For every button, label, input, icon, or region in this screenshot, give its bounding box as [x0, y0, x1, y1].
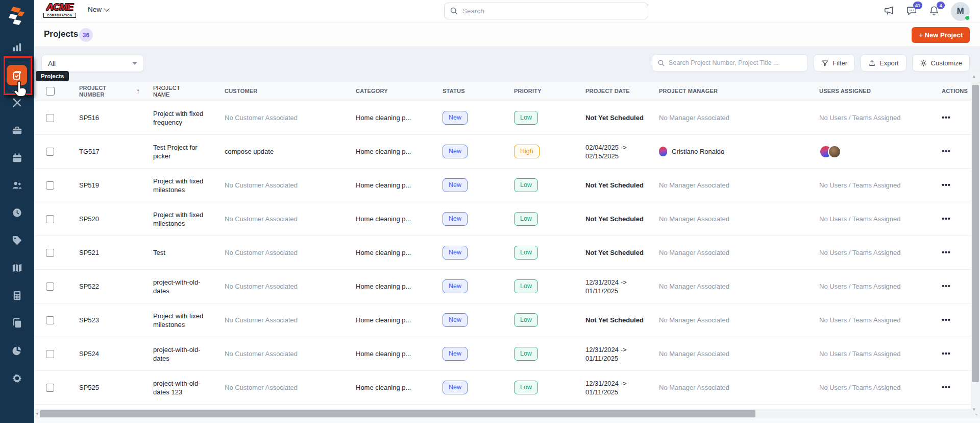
column-header-project-date[interactable]: PROJECT DATE — [583, 82, 656, 101]
row-checkbox[interactable] — [46, 114, 54, 122]
sidebar-item-customers[interactable] — [7, 175, 27, 195]
users-assigned-cell: No Users / Teams Assigned — [817, 202, 934, 236]
select-all-checkbox[interactable] — [46, 87, 55, 96]
column-header-priority[interactable]: PRIORITY — [511, 82, 583, 101]
new-project-button[interactable]: + New Project — [912, 27, 970, 43]
project-manager-cell: No Manager Associated — [656, 169, 817, 202]
scope-filter-dropdown[interactable]: All — [41, 55, 144, 72]
sidebar-item-documents[interactable] — [7, 313, 27, 333]
export-button[interactable]: Export — [861, 54, 906, 72]
company-logo[interactable]: ACME CORPORATION — [43, 2, 76, 21]
status-cell: New — [440, 270, 511, 303]
vertical-scrollbar[interactable]: ▴ ▾ — [971, 72, 980, 414]
sidebar-item-settings[interactable] — [7, 368, 27, 388]
sidebar-item-reports[interactable] — [7, 340, 27, 361]
project-date-cell: Not Yet Scheduled — [583, 169, 656, 202]
row-actions-button[interactable]: ••• — [942, 181, 951, 190]
row-actions-button[interactable]: ••• — [942, 215, 951, 223]
page-heading-row: Projects 36 + New Project — [34, 22, 980, 47]
project-number-cell: SP516 — [74, 101, 148, 134]
row-actions-button[interactable]: ••• — [942, 147, 951, 156]
messages-button[interactable]: 41 — [906, 5, 918, 17]
horizontal-scrollbar[interactable]: ◂ ▸ — [34, 409, 980, 418]
row-checkbox[interactable] — [46, 384, 54, 392]
column-header-category[interactable]: CATEGORY — [351, 82, 440, 101]
scope-filter-value: All — [48, 60, 56, 67]
scroll-left-arrow[interactable]: ◂ — [36, 411, 38, 416]
column-header-project-number[interactable]: PROJECT NUMBER↑ — [74, 82, 148, 101]
global-search-input[interactable] — [462, 7, 643, 15]
priority-badge: Low — [514, 212, 538, 226]
annotation-highlight-box — [4, 56, 32, 95]
column-header-project-manager[interactable]: PROJECT MANAGER — [656, 82, 817, 101]
page-title: Projects — [44, 29, 78, 39]
new-menu-label: New — [88, 6, 102, 13]
sidebar-item-map[interactable] — [7, 257, 27, 278]
priority-badge: Low — [514, 279, 538, 293]
category-cell: Home cleaning p... — [351, 337, 440, 370]
vertical-scrollbar-thumb[interactable] — [972, 85, 979, 382]
column-header-label: PROJECT DATE — [585, 88, 630, 95]
column-header-actions[interactable]: ACTIONS — [934, 82, 971, 101]
customize-button[interactable]: Customize — [912, 54, 970, 72]
column-header-label: STATUS — [443, 88, 465, 95]
sidebar-item-jobs[interactable] — [7, 120, 27, 140]
row-actions-button[interactable]: ••• — [942, 349, 951, 358]
search-icon — [450, 7, 458, 15]
scroll-up-arrow[interactable]: ▴ — [973, 74, 975, 79]
column-header-status[interactable]: STATUS — [440, 82, 511, 101]
project-number-cell: SP519 — [74, 169, 148, 202]
row-checkbox[interactable] — [46, 181, 54, 190]
row-checkbox[interactable] — [46, 148, 54, 156]
announcements-button[interactable] — [884, 5, 896, 17]
calendar-icon — [11, 152, 23, 164]
priority-cell: Low — [511, 101, 583, 134]
project-name-cell: Project with fixed frequency — [148, 101, 220, 134]
table-row-TG517: TG517Test Project for pickercompose upda… — [34, 135, 971, 169]
column-header-label: ACTIONS — [942, 88, 968, 95]
row-actions-button[interactable]: ••• — [942, 248, 951, 257]
category-cell: Home cleaning p... — [351, 169, 440, 202]
gear-icon — [11, 372, 23, 384]
row-checkbox[interactable] — [46, 316, 54, 324]
filter-button[interactable]: Filter — [814, 54, 855, 72]
row-actions-button[interactable]: ••• — [942, 282, 951, 291]
column-header-users-assigned[interactable]: USERS ASSIGNED — [817, 82, 934, 101]
table-row-SP520: SP520Project with fixed milestonesNo Cus… — [34, 202, 971, 236]
notifications-button[interactable]: 4 — [928, 5, 941, 17]
row-checkbox[interactable] — [46, 283, 54, 291]
user-avatar[interactable]: M — [951, 2, 970, 21]
project-name-cell: Project with fixed milestones — [148, 169, 220, 202]
sidebar-item-pricebook[interactable] — [7, 230, 27, 250]
project-date-cell: Not Yet Scheduled — [583, 236, 656, 269]
row-checkbox[interactable] — [46, 249, 54, 257]
gear-icon — [920, 59, 927, 67]
category-cell: Home cleaning p... — [351, 135, 440, 168]
row-checkbox[interactable] — [46, 215, 54, 223]
sidebar-item-tools[interactable] — [7, 92, 27, 113]
sidebar-item-schedule[interactable] — [7, 148, 27, 168]
notifications-count-badge: 4 — [937, 2, 945, 9]
customer-cell: No Customer Associated — [220, 371, 351, 404]
scroll-down-arrow[interactable]: ▾ — [973, 407, 975, 412]
sidebar-item-estimates[interactable] — [7, 285, 27, 306]
filter-button-label: Filter — [832, 59, 847, 67]
table-search-input[interactable] — [669, 59, 802, 66]
row-actions-button[interactable]: ••• — [942, 383, 951, 392]
projects-table: PROJECT NUMBER↑PROJECT NAMECUSTOMERCATEG… — [34, 82, 971, 409]
sidebar-item-time-tracking[interactable] — [7, 202, 27, 223]
app-logo-icon[interactable] — [9, 6, 26, 26]
project-number-cell: SP525 — [74, 371, 148, 404]
row-actions-button[interactable]: ••• — [942, 113, 951, 122]
row-actions-button[interactable]: ••• — [942, 316, 951, 324]
row-checkbox[interactable] — [46, 350, 54, 358]
customer-cell: No Customer Associated — [220, 337, 351, 370]
sidebar-item-dashboard[interactable] — [7, 37, 27, 57]
column-header-customer[interactable]: CUSTOMER — [220, 82, 351, 101]
column-header-project-name[interactable]: PROJECT NAME — [148, 82, 220, 101]
priority-cell: Low — [511, 236, 583, 269]
table-header-row: PROJECT NUMBER↑PROJECT NAMECUSTOMERCATEG… — [34, 82, 971, 101]
new-menu[interactable]: New — [88, 6, 109, 13]
horizontal-scrollbar-thumb[interactable] — [40, 410, 755, 417]
project-date-cell: Not Yet Scheduled — [583, 303, 656, 337]
